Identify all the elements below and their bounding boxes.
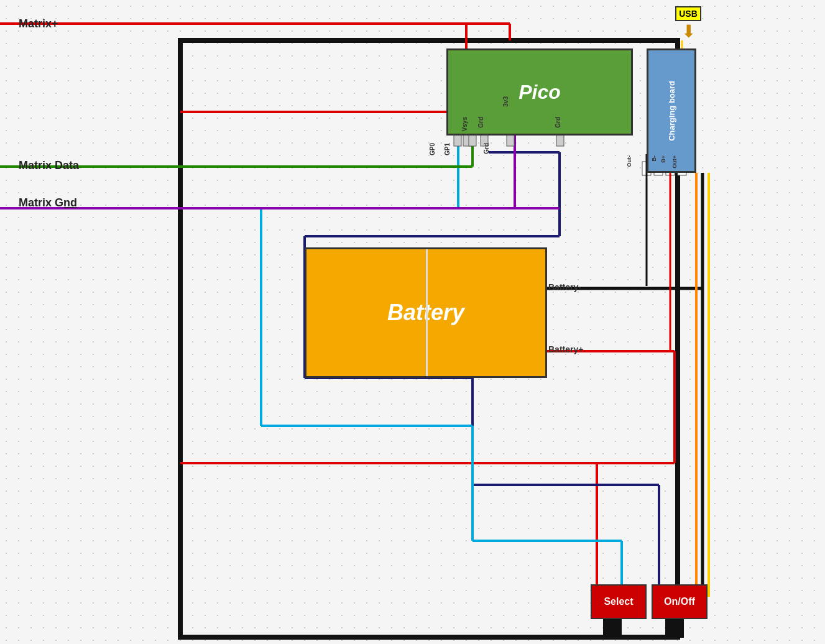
b-minus-label: B- [651,155,657,162]
grd1-pin-label: Grd [477,117,484,128]
matrix-plus-label: Matrix+ [19,17,58,30]
charging-board-label: Charging board [667,81,676,141]
select-button-label: Select [604,596,633,607]
svg-rect-35 [507,134,514,146]
select-button[interactable]: Select [591,584,647,619]
out-plus-label: Out+ [671,155,678,168]
select-button-terminal [603,619,622,638]
svg-rect-38 [469,134,476,146]
battery-component: Battery [305,247,547,378]
onoff-button-terminal [665,619,684,638]
b-plus-label: B+ [660,155,666,163]
grd2-pin-label: Grd [483,143,490,154]
gp1-pin-label: GP1 [444,143,451,155]
battery-divider [426,249,428,376]
pico-component: Pico [446,48,633,136]
battery-plus-label: Battery+ [548,344,583,354]
matrix-gnd-label: Matrix Gnd [19,196,77,209]
gp0-pin-label: GP0 [429,143,436,155]
v3v3-pin-label: 3v3 [502,96,509,107]
onoff-button-label: On/Off [664,596,695,607]
usb-arrow-icon: ⬇ [673,21,704,42]
grd3-pin-label: Grd [555,117,561,128]
charging-board-component: Charging board [647,48,696,173]
svg-rect-37 [454,134,461,146]
usb-box: USB [675,6,701,21]
pico-label: Pico [519,81,561,104]
out-minus-label: Out- [626,155,632,167]
usb-label: USB ⬇ [673,6,704,42]
onoff-button[interactable]: On/Off [652,584,707,619]
battery-minus-label: Battery- [548,282,581,292]
svg-rect-36 [556,134,564,146]
vsys-pin-label: Vsys [461,117,468,131]
circuit-diagram: Matrix+ Matrix Data Matrix Gnd USB ⬇ [0,0,825,644]
matrix-data-label: Matrix Data [19,159,79,172]
